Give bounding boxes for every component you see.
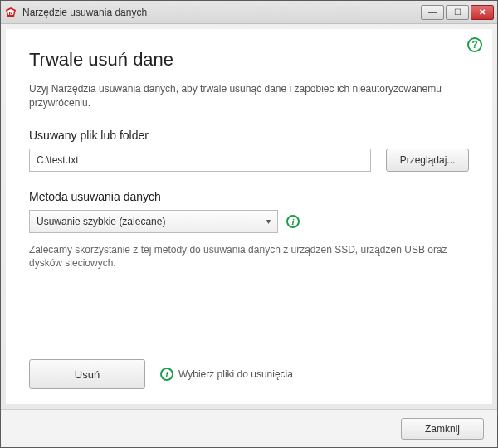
method-row: Usuwanie szybkie (zalecane) ▾ i <box>29 210 469 233</box>
browse-button[interactable]: Przeglądaj... <box>386 149 469 172</box>
window-controls: — ☐ ✕ <box>421 5 494 20</box>
hint-text: Wybierz pliki do usunięcia <box>178 368 293 380</box>
maximize-button[interactable]: ☐ <box>446 5 469 20</box>
footer-bar: Zamknij <box>1 409 497 447</box>
hint-info-icon: i <box>160 368 173 381</box>
file-section-label: Usuwany plik lub folder <box>29 129 469 142</box>
window-frame: K Narzędzie usuwania danych — ☐ ✕ ? Trwa… <box>0 0 498 448</box>
intro-text: Użyj Narzędzia usuwania danych, aby trwa… <box>29 82 469 110</box>
help-icon[interactable]: ? <box>467 37 482 52</box>
method-section-label: Metoda usuwania danych <box>29 190 469 203</box>
method-select[interactable]: Usuwanie szybkie (zalecane) ▾ <box>29 210 278 233</box>
action-row: Usuń i Wybierz pliki do usunięcia <box>29 343 469 389</box>
hint-row: i Wybierz pliki do usunięcia <box>160 368 293 381</box>
close-dialog-button[interactable]: Zamknij <box>401 418 484 440</box>
method-description: Zalecamy skorzystanie z tej metody do us… <box>29 243 469 271</box>
window-title: Narzędzie usuwania danych <box>22 7 421 18</box>
svg-text:K: K <box>8 9 13 16</box>
file-row: Przeglądaj... <box>29 149 469 172</box>
content-area: ? Trwale usuń dane Użyj Narzędzia usuwan… <box>6 29 492 404</box>
delete-button[interactable]: Usuń <box>29 359 145 389</box>
titlebar[interactable]: K Narzędzie usuwania danych — ☐ ✕ <box>1 1 497 24</box>
method-selected-text: Usuwanie szybkie (zalecane) <box>37 216 165 227</box>
method-info-icon[interactable]: i <box>286 215 300 228</box>
app-icon: K <box>4 6 17 19</box>
close-button[interactable]: ✕ <box>471 5 494 20</box>
chevron-down-icon: ▾ <box>266 217 271 226</box>
minimize-button[interactable]: — <box>421 5 444 20</box>
file-path-input[interactable] <box>29 149 371 172</box>
page-title: Trwale usuń dane <box>29 49 469 71</box>
